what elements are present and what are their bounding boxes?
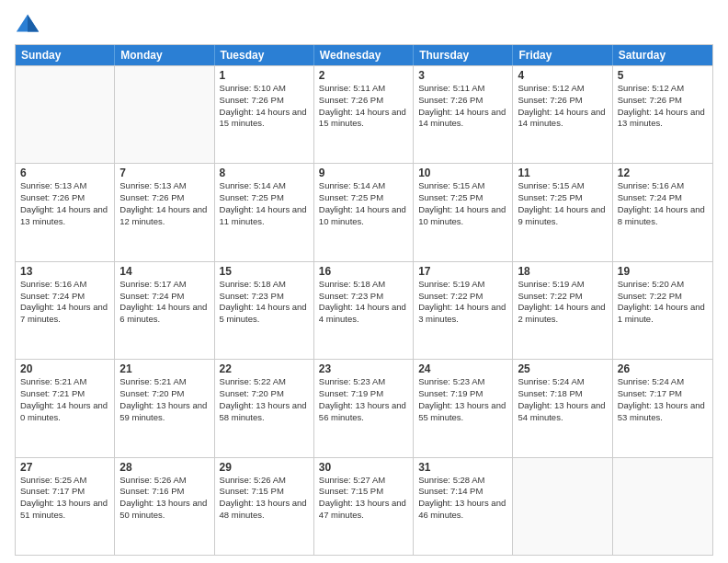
header-day-friday: Friday [513,45,612,65]
calendar-cell: 25Sunrise: 5:24 AM Sunset: 7:18 PM Dayli… [513,360,612,456]
calendar-cell [613,458,712,555]
calendar: SundayMondayTuesdayWednesdayThursdayFrid… [15,44,713,556]
day-info: Sunrise: 5:22 AM Sunset: 7:20 PM Dayligh… [220,376,309,423]
day-info: Sunrise: 5:19 AM Sunset: 7:22 PM Dayligh… [418,279,507,326]
day-info: Sunrise: 5:17 AM Sunset: 7:24 PM Dayligh… [119,279,209,326]
day-info: Sunrise: 5:13 AM Sunset: 7:26 PM Dayligh… [20,180,109,227]
calendar-cell: 29Sunrise: 5:26 AM Sunset: 7:15 PM Dayli… [215,458,314,555]
calendar-cell: 10Sunrise: 5:15 AM Sunset: 7:25 PM Dayli… [414,164,513,260]
header-day-monday: Monday [115,45,214,65]
calendar-row-5: 27Sunrise: 5:25 AM Sunset: 7:17 PM Dayli… [16,457,712,555]
day-number: 6 [20,167,109,179]
day-number: 18 [518,265,607,278]
day-number: 11 [518,167,607,179]
day-number: 22 [220,362,309,375]
day-number: 1 [220,69,309,82]
calendar-cell: 3Sunrise: 5:11 AM Sunset: 7:26 PM Daylig… [414,66,513,163]
day-info: Sunrise: 5:19 AM Sunset: 7:22 PM Dayligh… [518,279,607,326]
calendar-cell: 9Sunrise: 5:14 AM Sunset: 7:25 PM Daylig… [314,164,414,260]
day-number: 3 [418,69,507,82]
day-info: Sunrise: 5:23 AM Sunset: 7:19 PM Dayligh… [418,376,507,423]
day-number: 24 [418,362,507,375]
calendar-cell: 19Sunrise: 5:20 AM Sunset: 7:22 PM Dayli… [613,262,712,359]
calendar-cell: 24Sunrise: 5:23 AM Sunset: 7:19 PM Dayli… [414,360,513,456]
day-number: 10 [418,167,507,179]
logo [15,11,44,37]
calendar-cell: 14Sunrise: 5:17 AM Sunset: 7:24 PM Dayli… [115,262,214,359]
day-info: Sunrise: 5:16 AM Sunset: 7:24 PM Dayligh… [20,279,109,326]
day-number: 8 [220,167,309,179]
svg-marker-1 [28,15,39,32]
calendar-cell: 26Sunrise: 5:24 AM Sunset: 7:17 PM Dayli… [613,360,712,456]
calendar-cell: 22Sunrise: 5:22 AM Sunset: 7:20 PM Dayli… [215,360,314,456]
day-number: 7 [119,167,209,179]
day-info: Sunrise: 5:21 AM Sunset: 7:20 PM Dayligh… [119,376,209,423]
day-number: 15 [220,265,309,278]
day-number: 21 [119,362,209,375]
day-info: Sunrise: 5:26 AM Sunset: 7:15 PM Dayligh… [220,475,309,522]
day-number: 27 [20,461,109,474]
day-info: Sunrise: 5:11 AM Sunset: 7:26 PM Dayligh… [418,83,507,130]
calendar-cell: 6Sunrise: 5:13 AM Sunset: 7:26 PM Daylig… [16,164,115,260]
calendar-cell: 12Sunrise: 5:16 AM Sunset: 7:24 PM Dayli… [613,164,712,260]
calendar-cell: 1Sunrise: 5:10 AM Sunset: 7:26 PM Daylig… [215,66,314,163]
calendar-cell: 17Sunrise: 5:19 AM Sunset: 7:22 PM Dayli… [414,262,513,359]
header [15,11,713,37]
day-number: 16 [319,265,408,278]
day-info: Sunrise: 5:18 AM Sunset: 7:23 PM Dayligh… [220,279,309,326]
day-info: Sunrise: 5:11 AM Sunset: 7:26 PM Dayligh… [319,83,408,130]
calendar-cell: 8Sunrise: 5:14 AM Sunset: 7:25 PM Daylig… [215,164,314,260]
calendar-cell: 28Sunrise: 5:26 AM Sunset: 7:16 PM Dayli… [115,458,214,555]
day-info: Sunrise: 5:21 AM Sunset: 7:21 PM Dayligh… [20,376,109,423]
calendar-row-1: 1Sunrise: 5:10 AM Sunset: 7:26 PM Daylig… [16,65,712,163]
day-info: Sunrise: 5:14 AM Sunset: 7:25 PM Dayligh… [319,180,408,227]
day-info: Sunrise: 5:15 AM Sunset: 7:25 PM Dayligh… [518,180,607,227]
calendar-cell: 18Sunrise: 5:19 AM Sunset: 7:22 PM Dayli… [513,262,612,359]
calendar-cell: 2Sunrise: 5:11 AM Sunset: 7:26 PM Daylig… [314,66,414,163]
day-info: Sunrise: 5:23 AM Sunset: 7:19 PM Dayligh… [319,376,408,423]
day-info: Sunrise: 5:25 AM Sunset: 7:17 PM Dayligh… [20,475,109,522]
calendar-header: SundayMondayTuesdayWednesdayThursdayFrid… [16,45,712,65]
header-day-tuesday: Tuesday [215,45,314,65]
calendar-cell: 31Sunrise: 5:28 AM Sunset: 7:14 PM Dayli… [414,458,513,555]
header-day-thursday: Thursday [414,45,513,65]
day-info: Sunrise: 5:14 AM Sunset: 7:25 PM Dayligh… [220,180,309,227]
calendar-cell: 20Sunrise: 5:21 AM Sunset: 7:21 PM Dayli… [16,360,115,456]
calendar-cell: 30Sunrise: 5:27 AM Sunset: 7:15 PM Dayli… [314,458,414,555]
calendar-cell: 5Sunrise: 5:12 AM Sunset: 7:26 PM Daylig… [613,66,712,163]
day-info: Sunrise: 5:28 AM Sunset: 7:14 PM Dayligh… [418,475,507,522]
calendar-cell: 21Sunrise: 5:21 AM Sunset: 7:20 PM Dayli… [115,360,214,456]
calendar-cell: 13Sunrise: 5:16 AM Sunset: 7:24 PM Dayli… [16,262,115,359]
day-number: 12 [618,167,708,179]
logo-icon [15,11,40,37]
day-info: Sunrise: 5:12 AM Sunset: 7:26 PM Dayligh… [518,83,607,130]
calendar-cell: 4Sunrise: 5:12 AM Sunset: 7:26 PM Daylig… [513,66,612,163]
day-info: Sunrise: 5:13 AM Sunset: 7:26 PM Dayligh… [119,180,209,227]
calendar-cell: 15Sunrise: 5:18 AM Sunset: 7:23 PM Dayli… [215,262,314,359]
day-info: Sunrise: 5:10 AM Sunset: 7:26 PM Dayligh… [220,83,309,130]
calendar-row-4: 20Sunrise: 5:21 AM Sunset: 7:21 PM Dayli… [16,359,712,456]
day-info: Sunrise: 5:24 AM Sunset: 7:18 PM Dayligh… [518,376,607,423]
header-day-saturday: Saturday [613,45,712,65]
calendar-cell: 23Sunrise: 5:23 AM Sunset: 7:19 PM Dayli… [314,360,414,456]
calendar-cell: 7Sunrise: 5:13 AM Sunset: 7:26 PM Daylig… [115,164,214,260]
day-number: 26 [618,362,708,375]
day-info: Sunrise: 5:18 AM Sunset: 7:23 PM Dayligh… [319,279,408,326]
day-number: 29 [220,461,309,474]
day-info: Sunrise: 5:12 AM Sunset: 7:26 PM Dayligh… [618,83,708,130]
day-number: 17 [418,265,507,278]
day-number: 2 [319,69,408,82]
header-day-wednesday: Wednesday [314,45,414,65]
day-number: 20 [20,362,109,375]
calendar-cell [115,66,214,163]
calendar-body: 1Sunrise: 5:10 AM Sunset: 7:26 PM Daylig… [16,65,712,555]
day-number: 9 [319,167,408,179]
day-number: 30 [319,461,408,474]
calendar-cell: 27Sunrise: 5:25 AM Sunset: 7:17 PM Dayli… [16,458,115,555]
day-number: 23 [319,362,408,375]
day-info: Sunrise: 5:26 AM Sunset: 7:16 PM Dayligh… [119,475,209,522]
calendar-cell [16,66,115,163]
header-day-sunday: Sunday [16,45,115,65]
day-info: Sunrise: 5:16 AM Sunset: 7:24 PM Dayligh… [618,180,708,227]
calendar-row-3: 13Sunrise: 5:16 AM Sunset: 7:24 PM Dayli… [16,261,712,359]
